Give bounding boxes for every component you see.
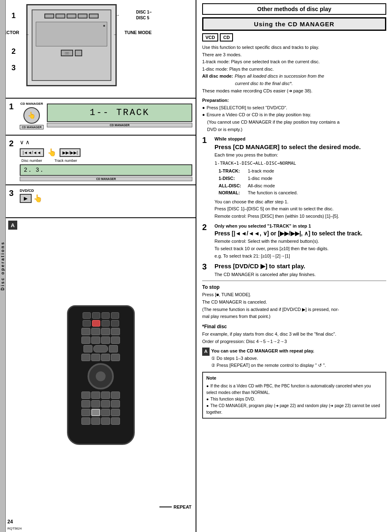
step1-display: 1-- TRACK bbox=[47, 104, 192, 122]
step3-right: 3 Press [DVD/CD ▶] to start play. The CD… bbox=[202, 262, 386, 278]
repeat-label: REPEAT bbox=[173, 504, 191, 509]
step3-left-label: 3 bbox=[9, 189, 17, 198]
disc-number-label: Disc number bbox=[21, 159, 42, 163]
cd-manager-button[interactable]: 👆 bbox=[23, 107, 40, 124]
remote-control bbox=[67, 305, 135, 445]
diagram-label-3: 3 bbox=[12, 64, 16, 72]
hand-icon-2: 👆 bbox=[47, 148, 56, 157]
page-number: 24 bbox=[7, 519, 13, 525]
hand-icon-3: 👆 bbox=[33, 194, 42, 203]
repeat-info-section: A You can use the CD MANAGER with repeat… bbox=[202, 348, 386, 369]
rqt-code: RQT5624 bbox=[7, 527, 22, 530]
section-a-label: A bbox=[8, 221, 17, 230]
step2-left-label: 2 bbox=[9, 139, 17, 148]
preparation-section: Preparation: Press [SELECTOR] to select … bbox=[202, 97, 386, 133]
diagram-label-2: 2 bbox=[12, 47, 16, 56]
next-btn[interactable]: ▶▶/▶▶| bbox=[60, 148, 81, 157]
cd-badge: CD bbox=[220, 33, 233, 41]
prev-btn[interactable]: |◄◄/◄◄ bbox=[20, 148, 44, 157]
cd-manager-label-left: CD MANAGER bbox=[21, 102, 43, 106]
step2-right: 2 Only when you selected "1-TRACK" in st… bbox=[202, 223, 386, 260]
disc-operations-label: Disc operations bbox=[0, 241, 5, 290]
dvd-cd-label: DVD/CD bbox=[20, 189, 34, 193]
play-button[interactable]: ▶ bbox=[20, 194, 32, 203]
note-box: Note If the disc is a Video CD with PBC,… bbox=[202, 372, 386, 419]
step1-right: 1 While stopped Press [CD MANAGER] to se… bbox=[202, 136, 386, 220]
diagram-label-1: 1 bbox=[12, 12, 16, 20]
tune-mode-label: TUNE MODE bbox=[125, 30, 152, 35]
section-title: Using the CD MANAGER bbox=[202, 17, 386, 31]
to-stop-section: To stop Press [■, TUNE MODE]. The CD MAN… bbox=[202, 283, 386, 320]
intro-text: Use this function to select specific dis… bbox=[202, 44, 386, 94]
track-number-label: Track number bbox=[55, 159, 77, 163]
vcd-badge: VCD bbox=[202, 33, 218, 41]
step1-left-label: 1 bbox=[9, 102, 17, 111]
final-disc-section: *Final disc For example, if play starts … bbox=[202, 323, 386, 345]
disc-label: DISC 1– DISC 5 bbox=[136, 9, 152, 21]
page-title-box: Other methods of disc play bbox=[202, 3, 386, 15]
repeat-button[interactable] bbox=[91, 409, 100, 416]
